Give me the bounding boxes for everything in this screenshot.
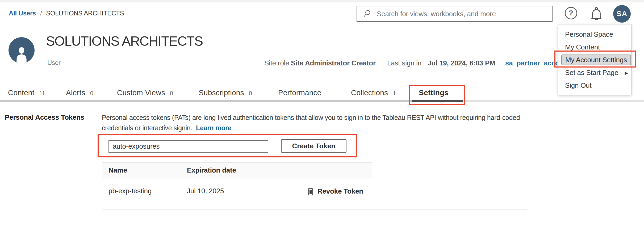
search-box[interactable]: [357, 6, 553, 22]
tab-settings[interactable]: Settings: [419, 89, 449, 97]
help-icon[interactable]: ?: [565, 7, 577, 19]
menu-item-my-account-settings[interactable]: My Account Settings: [558, 53, 631, 66]
last-sign-in-value: Jul 19, 2024, 6:03 PM: [428, 59, 495, 67]
token-expiration-cell: Jul 10, 2025: [187, 178, 224, 203]
tab-subscriptions[interactable]: Subscriptions 0: [199, 89, 252, 97]
tab-collections-label: Collections: [351, 89, 388, 97]
tab-collections[interactable]: Collections 1: [351, 89, 396, 97]
notifications-bell-icon[interactable]: [589, 6, 604, 22]
column-header-name: Name: [108, 163, 127, 178]
pat-description-line2: credentials or interactive signin.: [102, 124, 192, 132]
active-tab-indicator: [412, 100, 463, 102]
tab-settings-label: Settings: [419, 89, 449, 97]
account-menu: Personal Space My Content My Account Set…: [558, 24, 632, 95]
site-role-value: Site Administrator Creator: [291, 59, 376, 67]
menu-item-personal-space[interactable]: Personal Space: [558, 28, 631, 41]
tab-content-count: 11: [39, 90, 45, 97]
trash-icon: [307, 187, 314, 195]
learn-more-link[interactable]: Learn more: [196, 124, 231, 132]
breadcrumb: All Users / SOLUTIONS ARCHITECTS: [9, 10, 124, 17]
tab-performance-label: Performance: [278, 89, 321, 97]
tab-content-label: Content: [8, 89, 34, 97]
personal-access-tokens-heading: Personal Access Tokens: [5, 113, 84, 122]
token-table-header: Name Expiration date: [102, 162, 372, 178]
breadcrumb-current: SOLUTIONS ARCHITECTS: [46, 10, 124, 17]
tab-performance[interactable]: Performance: [278, 89, 321, 97]
page-title: SOLUTIONS ARCHITECTS: [46, 34, 203, 49]
breadcrumb-separator: /: [40, 10, 42, 17]
tab-custom-views[interactable]: Custom Views 0: [117, 89, 173, 97]
menu-item-sign-out[interactable]: Sign Out: [558, 79, 631, 92]
tab-content[interactable]: Content 11: [8, 89, 45, 97]
menu-item-my-content[interactable]: My Content: [558, 41, 631, 53]
top-strip: [0, 0, 644, 2]
pat-description-line2-wrap: credentials or interactive signin.Learn …: [102, 123, 520, 133]
revoke-token-button[interactable]: Revoke Token: [307, 178, 363, 204]
page: All Users / SOLUTIONS ARCHITECTS ? SA Pe…: [0, 0, 644, 226]
tab-subscriptions-label: Subscriptions: [199, 89, 244, 97]
tab-custom-views-count: 0: [170, 90, 173, 97]
create-token-button[interactable]: Create Token: [281, 139, 346, 153]
tab-collections-count: 1: [393, 90, 396, 97]
tab-subscriptions-count: 0: [249, 90, 252, 97]
section-divider: [102, 209, 527, 210]
tab-custom-views-label: Custom Views: [117, 89, 165, 97]
pat-description-line1: Personal access tokens (PATs) are long-l…: [102, 112, 520, 123]
column-header-expiration-date: Expiration date: [187, 163, 236, 178]
tab-alerts-label: Alerts: [66, 89, 85, 97]
tab-alerts[interactable]: Alerts 0: [66, 89, 93, 97]
last-sign-in-label: Last sign in: [387, 59, 421, 67]
submenu-arrow-icon: ▶: [625, 71, 628, 75]
avatar[interactable]: SA: [613, 5, 631, 23]
menu-item-set-as-start-page[interactable]: Set as Start Page▶: [558, 66, 631, 79]
tab-alerts-count: 0: [90, 90, 93, 97]
search-icon: [363, 9, 372, 18]
tab-track: [0, 100, 412, 102]
token-name-cell: pb-exp-testing: [108, 178, 152, 203]
search-input[interactable]: [377, 10, 547, 18]
profile-subtitle: User: [47, 59, 61, 66]
revoke-token-label: Revoke Token: [317, 187, 363, 195]
user-avatar-icon: [9, 37, 35, 63]
token-name-input[interactable]: [108, 140, 268, 153]
tab-track-right: [463, 100, 644, 102]
account-username-link[interactable]: sa_partner_accou: [505, 59, 563, 67]
pat-description: Personal access tokens (PATs) are long-l…: [102, 112, 520, 133]
menu-item-set-as-start-page-label: Set as Start Page: [565, 69, 618, 77]
site-role-label: Site role: [264, 59, 289, 67]
token-table-row: pb-exp-testing Jul 10, 2025 Revoke Token: [102, 178, 372, 204]
breadcrumb-all-users-link[interactable]: All Users: [9, 10, 36, 17]
menu-item-my-account-settings-label: My Account Settings: [561, 55, 631, 65]
